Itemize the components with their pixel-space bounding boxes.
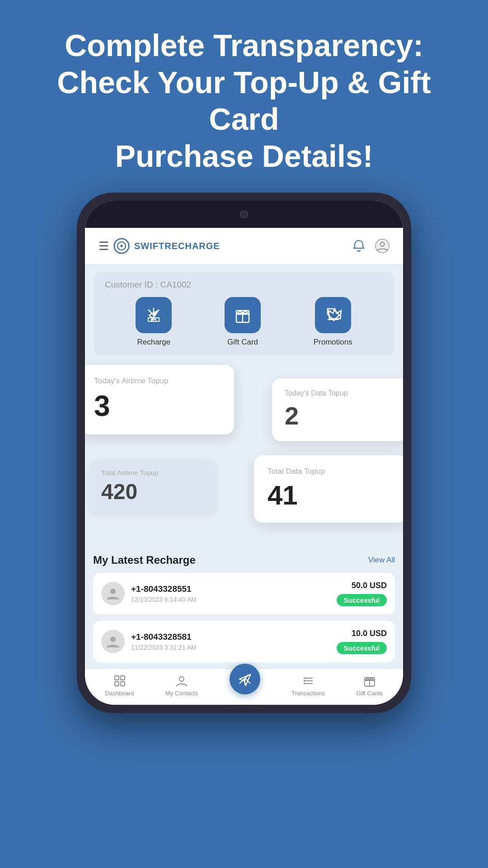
header-line1: Complete Transparency: [65, 28, 423, 62]
phone-notch [85, 201, 403, 228]
gift-card-icon-btn[interactable] [225, 297, 261, 333]
nav-transactions[interactable]: Transactions [291, 675, 325, 697]
notification-icon[interactable] [352, 239, 366, 253]
camera [240, 210, 248, 218]
stats-section: Today's Airtime Topup 3 Today's Data Top… [85, 360, 403, 550]
svg-point-14 [110, 637, 116, 642]
header-line3: Purchase Details! [115, 139, 373, 173]
gift-cards-label: Gift Cards [357, 690, 383, 697]
contacts-label: My Contacts [165, 690, 198, 697]
nav-dashboard[interactable]: Dashboard [105, 675, 134, 697]
logo-area: ☰ SWIFTRECHARGE [99, 238, 220, 254]
date-2: 11/22/2023 3:31:21 AM [131, 644, 330, 651]
recharge-item-2: +1-8043328581 11/22/2023 3:31:21 AM 10.0… [93, 621, 395, 662]
phone-2: +1-8043328581 [131, 632, 330, 642]
gift-cards-icon [363, 675, 376, 687]
nav-my-contacts[interactable]: My Contacts [165, 675, 198, 697]
promotions-icon-btn[interactable] [315, 297, 351, 333]
svg-point-13 [110, 589, 116, 594]
card-today-data: Today's Data Topup 2 [272, 378, 403, 441]
phone-1: +1-8043328551 [131, 584, 330, 594]
phone-screen: ☰ SWIFTRECHARGE [85, 201, 403, 705]
today-data-label: Today's Data Topup [285, 389, 395, 397]
view-all-link[interactable]: View All [368, 556, 395, 565]
card-total-data: Total Data Topup 41 [254, 455, 403, 523]
notch-cutout [208, 204, 280, 224]
recharge-center-btn[interactable] [230, 664, 260, 694]
amount-2: 10.0 USD [352, 629, 387, 638]
dashboard-label: Dashboard [105, 690, 134, 697]
phone-frame: ☰ SWIFTRECHARGE [77, 193, 411, 713]
svg-rect-18 [121, 682, 125, 686]
gift-card-label: Gift Card [227, 338, 258, 347]
customer-id: Customer ID : CA1002 [105, 280, 383, 290]
svg-rect-15 [115, 676, 119, 680]
quick-actions: Recharge [105, 290, 383, 351]
transactions-icon [302, 675, 314, 687]
recharge-label: Recharge [137, 338, 170, 347]
nav-recharge-center[interactable] [230, 664, 260, 694]
recharge-icon-btn[interactable] [136, 297, 172, 333]
promotions-label: Promotions [314, 338, 352, 347]
today-airtime-value: 3 [94, 389, 221, 423]
transactions-label: Transactions [291, 690, 325, 697]
nav-gift-cards[interactable]: Gift Cards [357, 675, 383, 697]
svg-rect-17 [115, 682, 119, 686]
recharge-right-2: 10.0 USD Successful [337, 629, 387, 654]
date-1: 12/10/2023 6:14:40 AM [131, 596, 330, 603]
today-airtime-label: Today's Airtime Topup [94, 377, 221, 386]
action-gift-card[interactable]: Gift Card [225, 297, 261, 347]
card-total-airtime: Total Airtime Topup 420 [89, 460, 216, 513]
action-recharge[interactable]: Recharge [136, 297, 172, 347]
total-data-value: 41 [267, 480, 394, 511]
recharge-info-1: +1-8043328551 12/10/2023 6:14:40 AM [131, 584, 330, 603]
svg-rect-16 [121, 676, 125, 680]
customer-card: Customer ID : CA1002 [94, 272, 394, 356]
logo-icon [113, 238, 130, 254]
profile-icon[interactable] [375, 239, 389, 253]
total-data-label: Total Data Topup [267, 467, 394, 476]
status-badge-1: Successful [337, 594, 387, 606]
total-airtime-value: 420 [101, 479, 204, 504]
recharge-center-icon [238, 672, 252, 686]
app-name: SWIFTRECHARGE [134, 241, 220, 251]
svg-point-12 [329, 311, 331, 312]
amount-1: 50.0 USD [352, 581, 387, 590]
svg-point-19 [179, 677, 184, 681]
recharge-right-1: 50.0 USD Successful [337, 581, 387, 606]
avatar-1 [101, 582, 125, 605]
header-line2: Check Your Top-Up & Gift Card [57, 65, 431, 137]
recharge-item-1: +1-8043328551 12/10/2023 6:14:40 AM 50.0… [93, 573, 395, 614]
status-badge-2: Successful [337, 642, 387, 654]
bottom-nav: Dashboard My Contacts [85, 669, 403, 705]
latest-recharge-section: My Latest Recharge View All +1-804332 [85, 554, 403, 662]
action-promotions[interactable]: Promotions [314, 297, 352, 347]
dashboard-icon [113, 675, 126, 687]
contacts-icon [175, 675, 188, 687]
navbar-right [352, 239, 389, 253]
avatar-2 [101, 630, 125, 653]
hamburger-icon[interactable]: ☰ [99, 239, 109, 253]
section-title: My Latest Recharge [93, 554, 196, 566]
section-header: My Latest Recharge View All [93, 554, 395, 566]
today-data-value: 2 [285, 401, 395, 430]
svg-point-2 [120, 245, 122, 247]
recharge-info-2: +1-8043328581 11/22/2023 3:31:21 AM [131, 632, 330, 651]
app-navbar: ☰ SWIFTRECHARGE [85, 228, 403, 264]
total-airtime-label: Total Airtime Topup [101, 469, 204, 476]
page-header: Complete Transparency: Check Your Top-Up… [0, 0, 488, 193]
card-today-airtime: Today's Airtime Topup 3 [85, 365, 234, 434]
